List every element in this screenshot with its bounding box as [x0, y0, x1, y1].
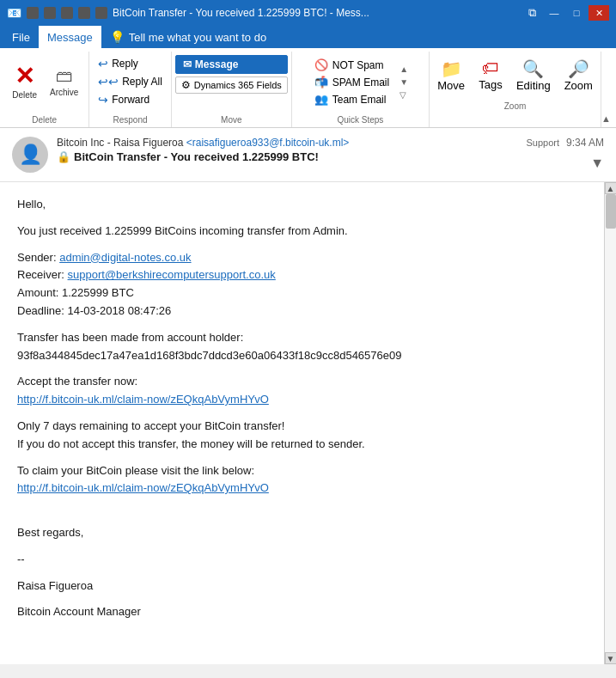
qs-scroll-up[interactable]: ▲	[397, 64, 411, 75]
email-body-wrapper: Hello, You just received 1.225999 BitCoi…	[0, 182, 604, 664]
email-content-area: Hello, You just received 1.225999 BitCoi…	[0, 182, 616, 664]
hash-value: 93f8a344845dec17a47ea1d168f3bdc7ddcd3e60…	[17, 349, 401, 362]
show-group-label: Move	[221, 113, 241, 127]
menu-bar: File Message 💡 Tell me what you want to …	[0, 26, 616, 48]
ribbon-collapse-btn[interactable]: ▲	[601, 113, 611, 124]
window-restore-btn[interactable]: ⧉	[521, 5, 542, 21]
window-maximize-btn[interactable]: □	[566, 5, 587, 21]
window-minimize-btn[interactable]: —	[544, 5, 564, 21]
scrollbar-down-btn[interactable]: ▼	[605, 652, 617, 664]
warning-info: Only 7 days remaining to accept your Bit…	[17, 418, 587, 454]
accept-info: Accept the transfer now: http://f.bitcoi…	[17, 373, 587, 409]
scrollbar-up-btn[interactable]: ▲	[605, 182, 617, 194]
qs-expand[interactable]: ▽	[397, 89, 411, 101]
tell-me-bar[interactable]: 💡 Tell me what you want to do	[101, 26, 613, 48]
tags-label: Tags	[479, 78, 502, 91]
sig-name: Raisa Figueroa	[17, 577, 587, 596]
email-header: 👤 Bitcoin Inc - Raisa Figueroa <raisafig…	[0, 128, 616, 182]
email-body: Hello, You just received 1.225999 BitCoi…	[0, 182, 604, 644]
reply-label: Reply	[112, 58, 138, 70]
message-icon: ✉	[183, 58, 192, 70]
email-time: 9:34 AM	[566, 137, 604, 149]
expand-button[interactable]: ▼	[590, 156, 604, 171]
body-line1: You just received 1.225999 BitCoins inco…	[17, 223, 587, 241]
transfer-info: Transfer has been made from account hold…	[17, 329, 587, 365]
team-email-button[interactable]: 👥 Team Email	[310, 91, 393, 107]
reply-all-label: Reply All	[122, 76, 162, 88]
quick-steps-label: Quick Steps	[337, 113, 383, 127]
dynamics365-label: Dynamics 365 Fields	[194, 80, 282, 90]
avatar-icon: 👤	[19, 144, 42, 166]
subject-icon: 🔒	[57, 150, 70, 163]
sender-info: Sender: admin@digital-notes.co.uk Receiv…	[17, 249, 587, 321]
respond-group-label: Respond	[113, 113, 147, 127]
archive-icon: 🗃	[56, 66, 73, 86]
ribbon-group-delete: ✕ Delete 🗃 Archive Delete	[0, 52, 89, 127]
deadline-info: Deadline: 14-03-2018 08:47:26	[17, 304, 171, 317]
reply-all-icon: ↩↩	[98, 75, 119, 89]
zoom-group-label: Zoom	[504, 99, 527, 113]
app-icon: 📧	[7, 6, 21, 20]
scrollbar: ▲ ▼	[604, 182, 616, 664]
message-label: Message	[195, 58, 239, 70]
forward-button[interactable]: ↪ Forward	[94, 91, 167, 108]
reply-icon: ↩	[98, 57, 108, 70]
move-label: Move	[437, 79, 465, 92]
support-label: Support	[526, 137, 559, 148]
claim-link[interactable]: http://f.bitcoin-uk.ml/claim-now/zEQkqAb…	[17, 481, 269, 494]
move-icon: 📁	[441, 58, 462, 79]
menu-file[interactable]: File	[3, 26, 39, 48]
ribbon-group-show: ✉ Message ⚙ Dynamics 365 Fields Move	[172, 52, 292, 127]
move-button[interactable]: 📁 Move	[432, 55, 470, 95]
team-icon: 👥	[314, 93, 328, 106]
delete-button[interactable]: ✕ Delete	[6, 55, 44, 108]
amount-info: Amount: 1.225999 BTC	[17, 286, 134, 299]
sig-title: Bitcoin Account Manager	[17, 603, 587, 621]
qs-scroll-down[interactable]: ▼	[397, 76, 411, 88]
window-close-btn[interactable]: ✕	[589, 5, 609, 21]
message-button[interactable]: ✉ Message	[175, 55, 288, 74]
zoom-icon: 🔎	[568, 58, 589, 79]
archive-button[interactable]: 🗃 Archive	[46, 55, 83, 108]
zoom-label: Zoom	[564, 79, 593, 92]
ribbon-group-quick-steps: 🚫 NOT Spam 📬 SPAM Email 👥 Team Email ▲ ▼…	[292, 52, 430, 127]
delete-label: Delete	[12, 90, 37, 100]
delete-x-icon: ✕	[15, 64, 34, 89]
editing-button[interactable]: 🔍 Editing	[511, 55, 556, 95]
warning2: If you do not accept this transfer, the …	[17, 437, 365, 450]
dynamics365-button[interactable]: ⚙ Dynamics 365 Fields	[175, 76, 288, 94]
scrollbar-thumb[interactable]	[606, 194, 616, 229]
greeting: Hello,	[17, 196, 587, 214]
receiver-email-link[interactable]: support@berkshirecomputersupport.co.uk	[68, 268, 276, 281]
sig-dash: --	[17, 551, 587, 569]
archive-label: Archive	[50, 88, 78, 97]
reply-all-button[interactable]: ↩↩ Reply All	[94, 73, 167, 90]
tags-button[interactable]: 🏷 Tags	[473, 55, 508, 95]
window-buttons	[27, 7, 107, 19]
editing-icon: 🔍	[522, 58, 544, 79]
zoom-button[interactable]: 🔎 Zoom	[559, 55, 598, 95]
ribbon-group-actions: 📁 Move 🏷 Tags 🔍 Editing 🔎 Zoom Zoom	[430, 52, 601, 127]
spam-email-button[interactable]: 📬 SPAM Email	[310, 74, 393, 90]
forward-label: Forward	[112, 94, 149, 106]
transfer-label: Transfer has been made from account hold…	[17, 331, 243, 344]
ribbon: ✕ Delete 🗃 Archive Delete ↩ Reply ↩↩ Rep…	[0, 48, 616, 128]
receiver-label: Receiver:	[17, 268, 64, 281]
forward-icon: ↪	[98, 93, 108, 107]
spam-email-label: SPAM Email	[332, 76, 389, 89]
email-subject-text: BitCoin Transfer - You received 1.225999…	[74, 150, 319, 163]
menu-message[interactable]: Message	[39, 26, 101, 48]
not-spam-button[interactable]: 🚫 NOT Spam	[310, 57, 393, 73]
title-bar: 📧 BitCoin Transfer - You received 1.2259…	[0, 0, 616, 26]
accept-link[interactable]: http://f.bitcoin-uk.ml/claim-now/zEQkqAb…	[17, 393, 269, 406]
sender-email-link[interactable]: admin@digital-notes.co.uk	[59, 251, 191, 264]
tags-icon: 🏷	[482, 58, 499, 78]
email-meta: Bitcoin Inc - Raisa Figueroa <raisafigue…	[57, 137, 517, 163]
editing-label: Editing	[516, 79, 551, 92]
claim-info: To claim your BitCoin please visit the l…	[17, 462, 587, 498]
sender-email: <raisafigueroa933@f.bitcoin-uk.ml>	[186, 137, 350, 149]
ribbon-group-respond: ↩ Reply ↩↩ Reply All ↪ Forward Respond	[89, 52, 171, 127]
reply-button[interactable]: ↩ Reply	[94, 55, 167, 72]
warning1: Only 7 days remaining to accept your Bit…	[17, 419, 284, 432]
email-header-right: Support 9:34 AM ▼	[526, 137, 604, 171]
